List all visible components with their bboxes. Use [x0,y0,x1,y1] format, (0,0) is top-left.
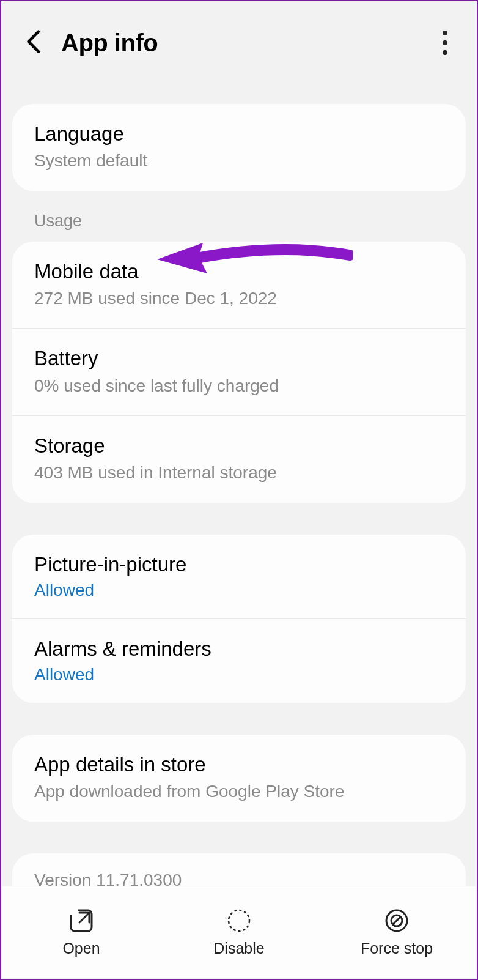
header: App info [1,1,477,87]
bottom-action-bar: Open Disable Force stop [2,886,476,978]
storage-title: Storage [34,433,444,458]
card-version: Version 11.71.0300 [12,853,466,890]
store-subtitle: App downloaded from Google Play Store [34,781,444,803]
row-battery[interactable]: Battery 0% used since last fully charged [12,329,466,416]
open-button[interactable]: Open [2,886,160,978]
pip-value: Allowed [34,581,444,600]
pip-title: Picture-in-picture [34,552,444,577]
open-label: Open [62,940,100,957]
battery-title: Battery [34,346,444,371]
store-title: App details in store [34,752,444,777]
svg-line-5 [392,916,401,925]
card-language: Language System default [12,104,466,191]
storage-subtitle: 403 MB used in Internal storage [34,462,444,484]
back-icon[interactable] [26,30,43,56]
language-subtitle: System default [34,150,444,172]
svg-rect-1 [70,909,78,915]
page-title: App info [61,29,158,57]
force-stop-button[interactable]: Force stop [318,886,476,978]
row-mobile-data[interactable]: Mobile data 272 MB used since Dec 1, 202… [12,242,466,329]
section-label-usage: Usage [1,191,477,242]
alarms-title: Alarms & reminders [34,636,444,661]
row-store-details[interactable]: App details in store App downloaded from… [12,735,466,822]
disable-icon [225,907,253,935]
open-icon [67,907,95,935]
language-title: Language [34,121,444,146]
svg-point-2 [229,910,249,931]
card-permissions: Picture-in-picture Allowed Alarms & remi… [12,535,466,703]
force-stop-icon [383,907,411,935]
card-usage: Mobile data 272 MB used since Dec 1, 202… [12,242,466,503]
row-alarms[interactable]: Alarms & reminders Allowed [12,619,466,703]
battery-subtitle: 0% used since last fully charged [34,375,444,397]
force-stop-label: Force stop [361,940,433,957]
disable-button[interactable]: Disable [160,886,318,978]
mobile-data-subtitle: 272 MB used since Dec 1, 2022 [34,288,444,310]
card-store: App details in store App downloaded from… [12,735,466,822]
header-left: App info [26,29,158,57]
mobile-data-title: Mobile data [34,259,444,284]
disable-label: Disable [213,940,264,957]
more-options-icon[interactable] [432,24,458,61]
row-language[interactable]: Language System default [12,104,466,191]
row-pip[interactable]: Picture-in-picture Allowed [12,535,466,619]
row-storage[interactable]: Storage 403 MB used in Internal storage [12,416,466,503]
alarms-value: Allowed [34,665,444,685]
